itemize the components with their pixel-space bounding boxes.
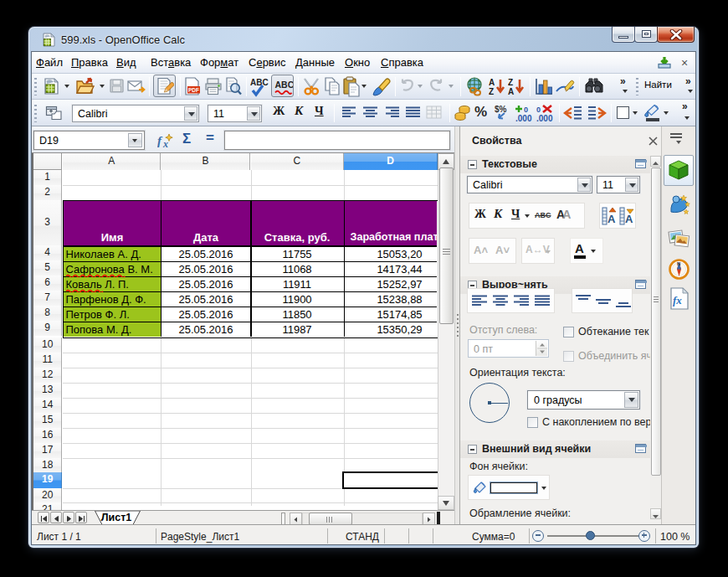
svg-text:N: N	[677, 261, 680, 266]
svg-text:Z: Z	[508, 78, 513, 87]
svg-text:$%: $%	[495, 105, 507, 114]
svg-text:PDF: PDF	[188, 87, 199, 93]
svg-text:A: A	[489, 78, 495, 87]
svg-text:Z: Z	[489, 87, 494, 96]
svg-text:f: f	[157, 134, 163, 147]
svg-text:ABC: ABC	[275, 80, 294, 90]
svg-text:A: A	[508, 87, 514, 96]
svg-text:0: 0	[536, 106, 541, 114]
svg-text:.000: .000	[536, 114, 553, 123]
svg-text:.000: .000	[515, 114, 532, 123]
svg-text:fx: fx	[673, 294, 682, 307]
svg-text:A: A	[608, 213, 616, 225]
svg-text:A: A	[625, 213, 633, 225]
svg-text:0: 0	[524, 106, 528, 114]
svg-text:x: x	[162, 138, 168, 149]
svg-text:ABC: ABC	[250, 78, 269, 87]
